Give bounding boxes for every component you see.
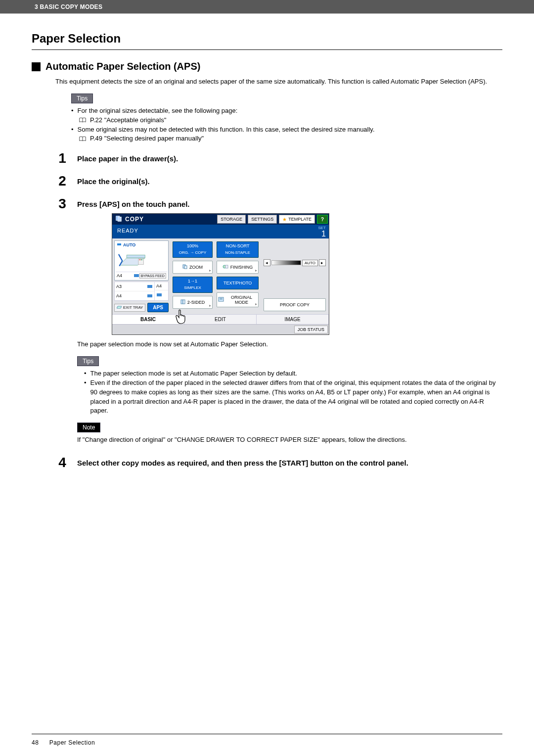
zoom-ratio-button[interactable]: 100% ORG. → COPY	[173, 241, 213, 258]
original-mode-icon	[218, 297, 224, 303]
two-sided-button[interactable]: 2-SIDED ▸	[173, 296, 213, 309]
tip-text: Even if the direction of the paper place…	[90, 378, 502, 416]
panel-statusbar: JOB STATUS	[112, 324, 329, 334]
tip-text: The paper selection mode is set at Autom…	[90, 369, 502, 378]
two-sided-label: 2-SIDED	[187, 300, 205, 305]
tray-row[interactable]: A4	[155, 282, 168, 290]
tray-level-icon	[134, 273, 139, 279]
panel-titlebar: COPY STORAGE SETTINGS ★ TEMPLATE ?	[112, 214, 329, 225]
tip-item: • Even if the direction of the paper pla…	[84, 378, 502, 416]
tips-badge: Tips	[71, 94, 93, 103]
exit-tray-button[interactable]: EXIT TRAY	[114, 304, 145, 312]
ready-label: READY	[112, 225, 305, 238]
note-text: If "Change direction of original" or "CH…	[77, 435, 502, 445]
step-title: Place the original(s).	[77, 174, 502, 186]
svg-rect-8	[139, 259, 140, 260]
text-photo-button[interactable]: TEXT/PHOTO	[217, 277, 259, 289]
original-mode-button[interactable]: ORIGINAL MODE ▸	[217, 292, 259, 307]
reference-text: P.49 "Selecting desired paper manually"	[90, 134, 204, 143]
tray-level-icon	[147, 293, 153, 299]
help-button[interactable]: ?	[317, 215, 328, 224]
footer-rule	[32, 734, 502, 734]
status-bar: READY SET 1	[112, 225, 329, 238]
square-bullet-icon	[32, 62, 41, 71]
tab-edit[interactable]: EDIT	[184, 315, 257, 324]
zoom-label: ZOOM	[189, 265, 203, 270]
svg-rect-16	[184, 266, 187, 269]
tray-row[interactable]: A4	[115, 291, 154, 300]
simplex-sub: SIMPLEX	[184, 286, 201, 290]
finishing-label: FINISHING	[230, 265, 253, 270]
tray-level-icon	[156, 292, 162, 298]
tray-level-icon	[147, 284, 153, 289]
tray-row[interactable]	[155, 290, 168, 299]
paper-source-box: AUTO	[114, 240, 169, 281]
panel-tabs: BASIC EDIT IMAGE	[112, 314, 329, 324]
star-icon: ★	[282, 217, 287, 222]
storage-button[interactable]: STORAGE	[217, 215, 246, 224]
tip-item: • The paper selection mode is set at Aut…	[84, 369, 502, 378]
lower-trays: A3 A4	[114, 282, 169, 301]
chevron-right-icon: ▸	[209, 268, 211, 273]
step-number: 2	[55, 173, 69, 189]
step-title: Select other copy modes as required, and…	[77, 456, 502, 467]
template-button[interactable]: ★ TEMPLATE	[279, 215, 315, 224]
zoom-button[interactable]: ZOOM ▸	[173, 261, 213, 274]
svg-rect-12	[147, 294, 152, 297]
nonsort-sub: NON-STAPLE	[225, 251, 250, 255]
two-sided-icon	[180, 299, 185, 305]
simplex-button[interactable]: 1→1 SIMPLEX	[173, 277, 213, 293]
step-4: 4 Select other copy modes as required, a…	[55, 456, 502, 471]
svg-marker-14	[117, 306, 122, 308]
intro-paragraph: This equipment detects the size of an or…	[55, 77, 502, 87]
section-heading: Automatic Paper Selection (APS)	[45, 61, 200, 72]
density-auto-chip[interactable]: AUTO	[302, 260, 318, 266]
density-darker-button[interactable]: ▸	[319, 259, 326, 266]
job-status-button[interactable]: JOB STATUS	[294, 326, 328, 333]
bullet-dot-icon: •	[84, 378, 87, 416]
proof-copy-button[interactable]: PROOF COPY	[264, 298, 326, 311]
zoom-ratio-sub: ORG. → COPY	[179, 251, 207, 255]
tip-text: Some original sizes may not be detected …	[78, 125, 502, 135]
finishing-icon	[222, 264, 228, 270]
step-title: Place paper in the drawer(s).	[77, 151, 502, 163]
section-heading-row: Automatic Paper Selection (APS)	[32, 61, 502, 72]
exit-tray-label: EXIT TRAY	[123, 305, 143, 310]
bullet-dot-icon: •	[71, 125, 74, 135]
bullet-dot-icon: •	[84, 369, 87, 378]
tab-image[interactable]: IMAGE	[257, 315, 329, 324]
tray-row[interactable]: A3	[115, 282, 154, 291]
svg-rect-4	[117, 243, 121, 245]
svg-rect-10	[134, 274, 139, 277]
tray-size: A4	[156, 284, 162, 288]
touch-panel: COPY STORAGE SETTINGS ★ TEMPLATE ?	[112, 213, 329, 335]
reference-text: P.22 "Acceptable originals"	[90, 116, 166, 125]
finishing-button[interactable]: FINISHING ▸	[217, 261, 259, 274]
svg-rect-11	[147, 285, 152, 288]
bypass-feed-button[interactable]: BYPASS FEED	[139, 273, 166, 279]
template-label: TEMPLATE	[288, 217, 312, 222]
reference-line: P.22 "Acceptable originals"	[79, 116, 502, 125]
original-mode-label: ORIGINAL MODE	[226, 295, 257, 305]
tips-badge: Tips	[77, 356, 99, 366]
svg-rect-20	[225, 265, 228, 268]
svg-rect-9	[141, 259, 142, 260]
density-control[interactable]: ◂ AUTO ▸	[264, 259, 326, 266]
tip-text: For the original sizes detectable, see t…	[78, 106, 502, 116]
scanner-illustration-icon	[116, 249, 167, 271]
book-icon	[79, 134, 86, 143]
sort-staple-button[interactable]: NON-SORT NON-STAPLE	[217, 241, 259, 258]
tip-item: • Some original sizes may not be detecte…	[71, 125, 502, 135]
tray-row[interactable]: A4 BYPASS FEED	[116, 272, 167, 279]
aps-button[interactable]: APS	[147, 303, 168, 312]
density-lighter-button[interactable]: ◂	[264, 259, 270, 266]
chapter-title: 3 BASIC COPY MODES	[35, 3, 102, 10]
settings-button[interactable]: SETTINGS	[248, 215, 277, 224]
page-number: 48	[32, 739, 47, 746]
after-panel-text: The paper selection mode is now set at A…	[77, 340, 502, 349]
tab-basic[interactable]: BASIC	[112, 315, 184, 324]
auto-label: AUTO	[123, 242, 135, 247]
chapter-header: 3 BASIC COPY MODES	[0, 0, 534, 14]
aps-label: APS	[153, 305, 163, 310]
title-rule	[32, 49, 502, 50]
